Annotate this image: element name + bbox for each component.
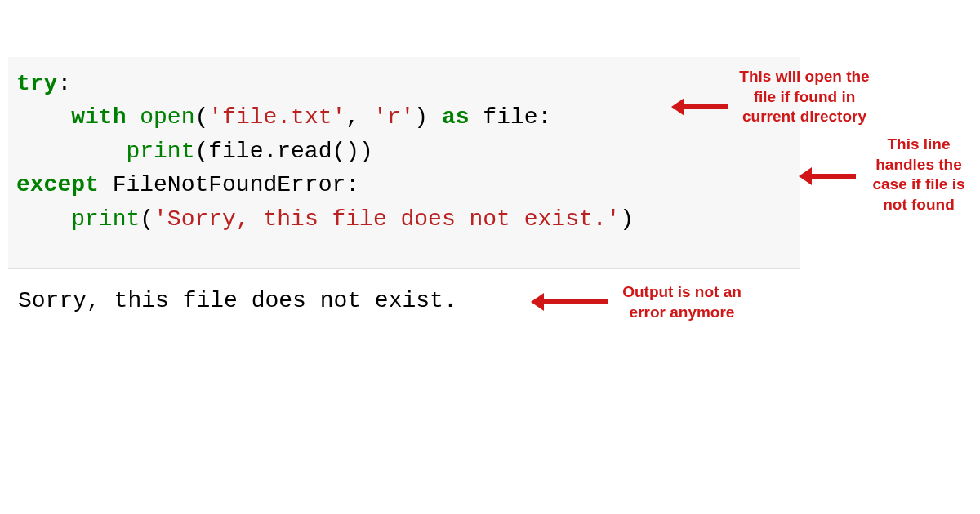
- punct-paren: (: [194, 104, 208, 130]
- annotation-open-file: This will open the file if found in curr…: [731, 67, 878, 127]
- keyword-try: try: [16, 71, 57, 96]
- identifier-file: file:: [470, 104, 552, 130]
- punct-paren-close2: ): [620, 206, 634, 232]
- function-open: open: [140, 104, 194, 130]
- identifier-error: FileNotFoundError:: [99, 172, 359, 197]
- output-text: Sorry, this file does not exist.: [18, 288, 457, 313]
- string-message: 'Sorry, this file does not exist.': [154, 206, 620, 232]
- annotation-except: This line handles the case if file is no…: [862, 135, 976, 215]
- punct-paren-open: (: [140, 206, 154, 232]
- keyword-with: with: [71, 104, 126, 130]
- method-read: read: [277, 139, 332, 164]
- punct-close: ()): [332, 139, 372, 164]
- string-filename: 'file.txt': [208, 104, 345, 130]
- arrow-icon: [810, 174, 856, 179]
- keyword-as: as: [442, 104, 470, 130]
- function-print: print: [126, 139, 194, 164]
- keyword-except: except: [16, 172, 99, 197]
- punct-dot: .: [263, 139, 277, 164]
- arrow-icon: [542, 299, 608, 304]
- annotation-output: Output is not an error anymore: [612, 282, 751, 322]
- punct-paren-close: ): [414, 104, 442, 130]
- punct-comma: ,: [345, 104, 373, 130]
- punct-colon: :: [57, 71, 71, 96]
- punct-args: (file: [194, 139, 263, 164]
- arrow-icon: [683, 104, 728, 109]
- code-block: try: with open('file.txt', 'r') as file:…: [8, 57, 800, 269]
- function-print-err: print: [71, 206, 140, 232]
- string-mode: 'r': [373, 104, 414, 130]
